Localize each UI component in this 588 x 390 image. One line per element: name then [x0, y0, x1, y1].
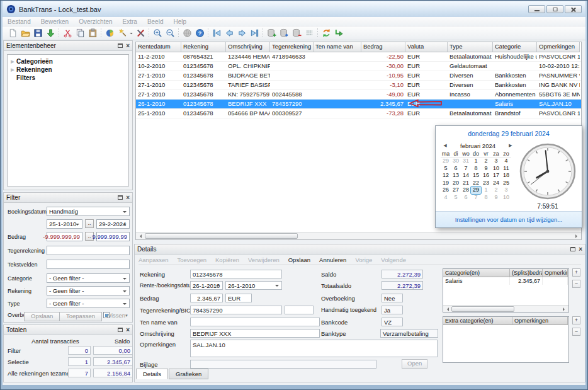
- menu-item-overzichten[interactable]: Overzichten: [79, 18, 112, 25]
- calendar-day[interactable]: 20: [451, 180, 461, 187]
- column-header-rentedatum[interactable]: Rentedatum: [136, 42, 181, 52]
- calendar-day[interactable]: 2: [491, 186, 501, 194]
- close-panel-icon[interactable]: ×: [126, 327, 130, 333]
- tree-item-filters[interactable]: Filters: [9, 74, 127, 82]
- next-month-icon[interactable]: ▶: [506, 143, 515, 148]
- nav-first-icon[interactable]: [210, 27, 223, 39]
- calendar-day[interactable]: 5: [441, 165, 451, 173]
- valuta-field[interactable]: EUR: [225, 294, 252, 302]
- column-header-categorie[interactable]: Categorie: [493, 42, 537, 52]
- magic-wand-icon[interactable]: [116, 27, 128, 39]
- add-category-button[interactable]: +: [572, 268, 580, 277]
- opmerkingen-field[interactable]: SAL.JAN.10: [190, 340, 438, 357]
- calendar-day[interactable]: 4: [441, 194, 451, 202]
- scroll-right-icon[interactable]: [561, 306, 568, 313]
- calendar-day[interactable]: 6: [451, 165, 461, 173]
- float-panel-icon[interactable]: [118, 43, 123, 48]
- column-header-ten-name-van[interactable]: Ten name van: [314, 42, 361, 52]
- remove-extra-category-button[interactable]: −: [572, 328, 580, 336]
- calendar-day[interactable]: 6: [461, 194, 471, 202]
- column-header-valuta[interactable]: Valuta: [405, 42, 448, 52]
- rekening-field[interactable]: 012345678: [190, 270, 282, 278]
- new-file-icon[interactable]: [6, 27, 19, 39]
- nav-prev-icon[interactable]: [223, 27, 235, 39]
- calendar-day[interactable]: 10: [501, 194, 511, 202]
- rentedatum-select[interactable]: 26-1-2010: [190, 281, 223, 290]
- categorie-select[interactable]: - Geen filter -: [47, 273, 130, 283]
- cut-icon[interactable]: [61, 27, 74, 39]
- calendar-day[interactable]: 7: [471, 194, 481, 202]
- float-panel-icon[interactable]: [118, 328, 123, 332]
- transaction-row[interactable]: 26-1-2010012345678BEDRIJF XXX7843572902.…: [136, 100, 581, 109]
- calendar-day[interactable]: 26: [441, 186, 451, 194]
- menu-item-extra[interactable]: Extra: [123, 18, 137, 25]
- bic-field[interactable]: [285, 306, 314, 314]
- calendar-day[interactable]: 22: [471, 180, 481, 187]
- calendar-day[interactable]: 12: [441, 172, 451, 180]
- calendar-day[interactable]: 18: [501, 172, 511, 180]
- calendar-day[interactable]: 19: [441, 180, 451, 187]
- rekening-select[interactable]: - Geen filter -: [47, 286, 130, 295]
- table-hscrollbar[interactable]: [136, 232, 581, 239]
- calendar-day[interactable]: 8: [481, 194, 491, 202]
- tab-grafieken[interactable]: Grafieken: [169, 369, 208, 379]
- bedrag-min-input[interactable]: -9.999.999,99: [47, 232, 82, 241]
- toepassen-button[interactable]: Toepassen: [59, 312, 102, 321]
- expander-icon[interactable]: ▶: [9, 59, 16, 64]
- export-icon[interactable]: [332, 27, 345, 39]
- tree-item-rekeningen[interactable]: ▶Rekeningen: [9, 66, 127, 74]
- calendar-day[interactable]: 4: [501, 158, 511, 165]
- copy-icon[interactable]: [74, 27, 86, 39]
- transaction-row[interactable]: 10-2-2010012345678OPL. CHIPKNIP 0...-30,…: [136, 62, 581, 71]
- dropdown-caret-icon[interactable]: [128, 27, 134, 39]
- calendar-day[interactable]: 9: [481, 165, 491, 173]
- titlebar[interactable]: BankTrans - Lock_test.bav: [3, 1, 585, 17]
- details-action-opslaan[interactable]: Opslaan: [288, 256, 310, 263]
- tab-details[interactable]: Details: [136, 369, 168, 379]
- globe-icon[interactable]: [181, 27, 193, 39]
- calendar-day[interactable]: 21: [461, 180, 471, 187]
- db-delete-icon[interactable]: [290, 27, 303, 39]
- remove-category-button[interactable]: −: [572, 280, 580, 288]
- calendar-day[interactable]: 30: [451, 158, 461, 165]
- calendar-day[interactable]: 29: [441, 158, 451, 165]
- bedrag-field[interactable]: 2.345,67: [190, 294, 223, 302]
- open-folder-icon[interactable]: [19, 27, 31, 39]
- calendar-day[interactable]: 2: [481, 158, 491, 165]
- boekingsdatum-select[interactable]: Handmatig: [47, 207, 130, 216]
- transaction-row[interactable]: 25-1-2010012345678054666 BP MAAS...00030…: [136, 109, 581, 118]
- date-range-button[interactable]: ..: [85, 219, 94, 228]
- opslaan-filter-button[interactable]: Opslaan: [24, 312, 60, 321]
- calendar-day[interactable]: 28: [461, 186, 471, 194]
- maximize-button[interactable]: [546, 5, 563, 13]
- calendar-day[interactable]: 31: [461, 158, 471, 165]
- close-panel-icon[interactable]: ×: [126, 195, 130, 201]
- calendar-day[interactable]: 14: [461, 172, 471, 180]
- extra-col-opmerkingen[interactable]: Opmerkingen: [512, 317, 568, 325]
- scroll-left-icon[interactable]: [443, 306, 451, 313]
- paste-icon[interactable]: [86, 27, 99, 39]
- transaction-row[interactable]: 11-2-20100876543211234446 HEMA D...47189…: [136, 52, 581, 62]
- cat-col-splits-bedrag[interactable]: (Splits)bedrag: [510, 269, 543, 277]
- ten-name-van-field[interactable]: [190, 318, 320, 326]
- column-header-rekening[interactable]: Rekening: [181, 42, 226, 52]
- category-row[interactable]: Salaris2.345,67: [443, 277, 568, 285]
- tegenrekening-field[interactable]: 784357290: [190, 306, 282, 314]
- save-icon[interactable]: [31, 27, 44, 39]
- calendar-day[interactable]: 13: [451, 172, 461, 180]
- close-button[interactable]: [565, 5, 582, 13]
- float-panel-icon[interactable]: [118, 195, 123, 200]
- extra-col-extra-categorie-n[interactable]: Extra categorie(ën): [443, 317, 512, 325]
- menu-item-help[interactable]: Help: [173, 18, 186, 25]
- transaction-row[interactable]: 27-1-2010012345678BIJDRAGE BETA...-10,95…: [136, 71, 581, 81]
- menu-item-bewerken[interactable]: Bewerken: [41, 18, 69, 25]
- zoom-in-icon[interactable]: [151, 27, 164, 39]
- date-from-select[interactable]: 25-1-2010: [47, 219, 82, 229]
- calendar-day[interactable]: 11: [501, 165, 511, 173]
- transaction-row[interactable]: 27-1-2010012345678TARIEF BASISPA...-3,10…: [136, 81, 581, 90]
- date-to-select[interactable]: 29-2-2024: [96, 219, 130, 229]
- calendar-day[interactable]: 16: [481, 172, 491, 180]
- db-add-icon[interactable]: [265, 27, 278, 39]
- tools-icon[interactable]: [134, 27, 147, 39]
- calendar-day[interactable]: 3: [491, 158, 501, 165]
